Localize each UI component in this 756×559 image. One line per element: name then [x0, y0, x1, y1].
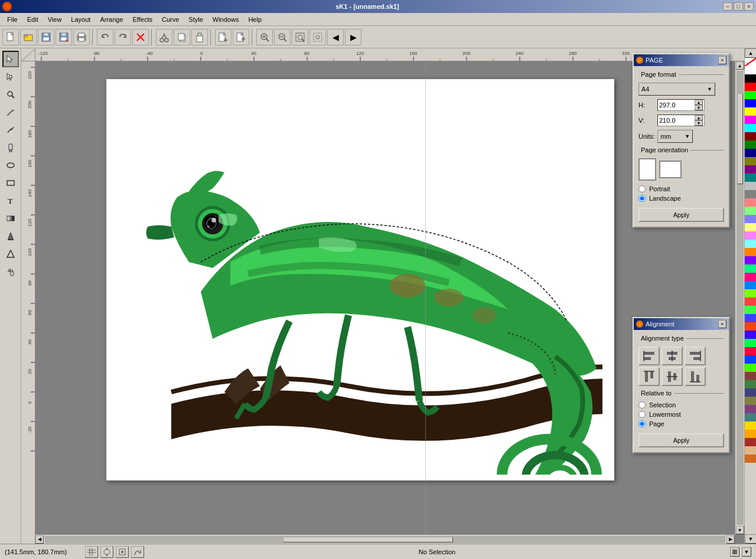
statusbar-scroll-down[interactable]: ▼	[742, 547, 751, 557]
palette-scroll-down[interactable]: ▼	[745, 534, 756, 544]
v-spin-up[interactable]: ▲	[695, 115, 703, 120]
snap2-icon-btn[interactable]	[116, 546, 129, 558]
vertical-scrollbar[interactable]: ▲ ▼	[735, 61, 744, 534]
canvas-draw[interactable]	[35, 61, 735, 534]
menu-item-effects[interactable]: Effects	[128, 15, 157, 24]
delete-button[interactable]	[132, 29, 149, 45]
menu-item-file[interactable]: File	[2, 15, 22, 24]
color-cell-37[interactable]	[745, 372, 756, 380]
color-cell-14[interactable]	[745, 182, 756, 190]
color-cell-12[interactable]	[745, 165, 756, 174]
view-next-button[interactable]: ▶	[345, 29, 361, 45]
page-apply-button[interactable]: Apply	[638, 208, 724, 222]
color-cell-24[interactable]	[745, 264, 756, 273]
menu-item-arrange[interactable]: Arrange	[95, 15, 128, 24]
v-spin-down[interactable]: ▼	[695, 120, 703, 126]
color-cell-23[interactable]	[745, 256, 756, 264]
view-prev-button[interactable]: ◀	[327, 29, 344, 45]
zoom-in-button[interactable]	[256, 29, 273, 45]
fill-tool[interactable]	[2, 228, 19, 244]
copy-button[interactable]	[174, 29, 190, 45]
menu-item-curve[interactable]: Curve	[157, 15, 184, 24]
color-cell-1[interactable]	[745, 74, 756, 83]
color-cell-5[interactable]	[745, 107, 756, 116]
h-spin-down[interactable]: ▼	[695, 105, 703, 110]
color-cell-41[interactable]	[745, 405, 756, 413]
align-right-button[interactable]	[685, 346, 706, 365]
scroll-right-button[interactable]: ▶	[726, 535, 735, 544]
save-button[interactable]	[38, 29, 54, 45]
shape-tool[interactable]	[2, 246, 19, 262]
page-radio[interactable]	[638, 420, 646, 427]
v-input[interactable]	[659, 117, 695, 124]
node-tool[interactable]	[2, 68, 19, 85]
undo-button[interactable]	[97, 29, 113, 45]
cut-button[interactable]	[156, 29, 172, 45]
color-cell-42[interactable]	[745, 413, 756, 421]
horizontal-scrollbar[interactable]: ◀ ▶	[35, 534, 735, 544]
pencil-tool[interactable]	[2, 104, 19, 120]
grid-icon-btn[interactable]	[85, 546, 98, 558]
h-spin-up[interactable]: ▲	[695, 100, 703, 105]
align-center-v-button[interactable]	[662, 367, 683, 386]
color-cell-34[interactable]	[745, 347, 756, 355]
zoom-thumb[interactable]	[730, 547, 739, 557]
rectangle-tool[interactable]	[2, 175, 19, 191]
redo-button[interactable]	[115, 29, 131, 45]
pen-tool[interactable]	[2, 122, 19, 138]
color-cell-27[interactable]	[745, 289, 756, 298]
color-cell-6[interactable]	[745, 116, 756, 124]
color-cell-8[interactable]	[745, 132, 756, 140]
text-tool[interactable]: T	[2, 192, 19, 209]
zoom-out-button[interactable]	[274, 29, 291, 45]
h-input[interactable]	[659, 102, 695, 109]
page-panel-titlebar[interactable]: PAGE ×	[634, 54, 729, 66]
print-button[interactable]	[73, 29, 90, 45]
units-select[interactable]: mm ▼	[657, 130, 693, 143]
color-cell-9[interactable]	[745, 140, 756, 149]
color-cell-17[interactable]	[745, 207, 756, 215]
menu-item-style[interactable]: Style	[184, 15, 207, 24]
color-cell-47[interactable]	[745, 455, 756, 463]
minimize-button[interactable]: −	[723, 2, 732, 11]
color-cell-33[interactable]	[745, 339, 756, 347]
maximize-button[interactable]: □	[734, 2, 743, 11]
align-panel-close[interactable]: ×	[718, 320, 726, 328]
color-cell-43[interactable]	[745, 421, 756, 430]
new-button[interactable]	[2, 29, 19, 45]
align-left-button[interactable]	[638, 346, 660, 365]
color-cell-40[interactable]	[745, 397, 756, 405]
color-cell-0[interactable]	[745, 66, 756, 74]
color-cell-28[interactable]	[745, 298, 756, 306]
lowermost-radio[interactable]	[638, 411, 646, 418]
color-cell-10[interactable]	[745, 149, 756, 157]
eyedropper-tool[interactable]	[2, 139, 19, 156]
color-cell-11[interactable]	[745, 157, 756, 165]
import-button[interactable]	[215, 29, 232, 45]
close-button[interactable]: ×	[744, 2, 754, 11]
gradient-tool[interactable]	[2, 210, 19, 227]
vscroll-track[interactable]	[737, 71, 744, 525]
align-apply-button[interactable]: Apply	[638, 433, 724, 447]
color-cell-32[interactable]	[745, 331, 756, 339]
color-cell-3[interactable]	[745, 91, 756, 99]
page-panel-close[interactable]: ×	[718, 56, 726, 64]
menu-item-edit[interactable]: Edit	[22, 15, 43, 24]
open-button[interactable]	[20, 29, 37, 45]
scroll-left-button[interactable]: ◀	[35, 535, 44, 544]
color-cell-7[interactable]	[745, 124, 756, 132]
zoom-select-button[interactable]	[309, 29, 326, 45]
bezier-icon-btn[interactable]	[131, 546, 144, 558]
color-cell-20[interactable]	[745, 231, 756, 240]
color-cell-31[interactable]	[745, 322, 756, 331]
color-cell-15[interactable]	[745, 190, 756, 198]
color-cell-46[interactable]	[745, 446, 756, 455]
align-top-button[interactable]	[638, 367, 660, 386]
color-cell-4[interactable]	[745, 99, 756, 107]
color-cell-25[interactable]	[745, 273, 756, 281]
color-cell-44[interactable]	[745, 430, 756, 438]
menu-item-help[interactable]: Help	[243, 15, 266, 24]
scroll-down-button[interactable]: ▼	[736, 526, 744, 534]
color-cell-45[interactable]	[745, 438, 756, 446]
color-transparent[interactable]	[745, 58, 756, 66]
